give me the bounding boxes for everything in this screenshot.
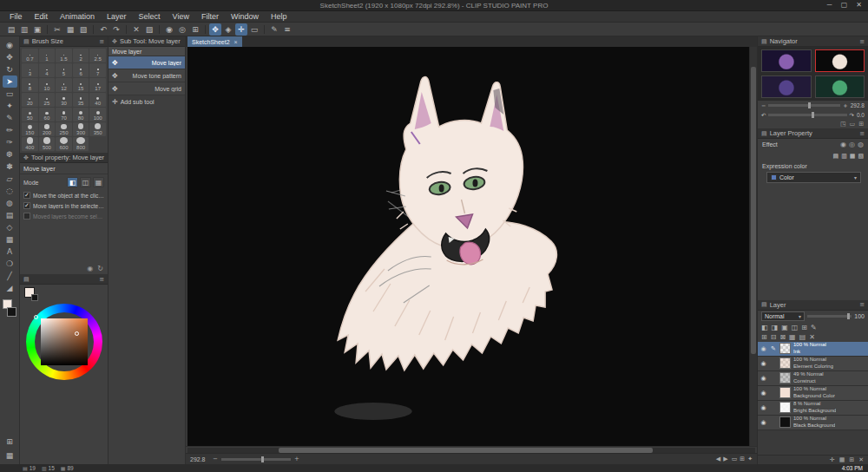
tool-airbrush[interactable]: ❆ xyxy=(3,148,17,161)
horizontal-scrollbar[interactable] xyxy=(186,446,757,453)
undo-icon[interactable]: ↶ xyxy=(97,23,109,36)
layer-thumbnail[interactable] xyxy=(779,372,791,384)
brush-size-100[interactable]: 100 xyxy=(89,108,106,121)
brush-size-25[interactable]: 25 xyxy=(39,93,56,107)
brush-size-7[interactable]: 7 xyxy=(89,63,106,77)
checkbox[interactable] xyxy=(23,213,30,220)
grid-icon[interactable]: ⊞ xyxy=(189,23,201,36)
layer-thumbnail[interactable] xyxy=(779,402,791,413)
tool-decoration[interactable]: ✽ xyxy=(3,161,17,173)
effect-sub-icon-3[interactable]: ▦ xyxy=(850,153,856,160)
checkbox-row-move-layers-in-the-selected-area[interactable]: ✓Move layers in the selected area xyxy=(20,200,108,211)
layer-row-black-background[interactable]: ◉100 % NormalBlack Background xyxy=(758,416,868,430)
nav-zoom-knob[interactable] xyxy=(808,102,811,108)
opacity-slider-knob[interactable] xyxy=(847,313,850,319)
effect-icon-3[interactable]: ◍ xyxy=(858,141,864,148)
nav-rotate-slider[interactable] xyxy=(768,114,846,116)
brush-size-40[interactable]: 40 xyxy=(89,93,106,107)
nav-zoom-out-icon[interactable]: − xyxy=(761,102,766,109)
visibility-eye-icon[interactable]: ◉ xyxy=(760,404,767,411)
zoom-out-icon[interactable]: ◎ xyxy=(176,23,188,36)
checkbox[interactable]: ✓ xyxy=(23,202,30,209)
checkbox-row-moved-layers-become-selected[interactable]: Moved layers become selected xyxy=(20,211,108,221)
effect-sub-icon-2[interactable]: ▥ xyxy=(841,153,847,160)
layer-row-bright-background[interactable]: ◉8 % NormalBright Background xyxy=(758,401,868,416)
nav-zoom-slider[interactable] xyxy=(768,104,840,107)
layer-thumbnail[interactable] xyxy=(779,387,791,398)
menu-item-window[interactable]: Window xyxy=(225,11,265,23)
layer-row-ink[interactable]: ◉✎100 % NormalInk xyxy=(758,342,868,357)
tool-property-footer-icon-2[interactable]: ↻ xyxy=(97,265,103,272)
vertical-scrollbar-thumb[interactable] xyxy=(751,67,756,354)
layer-property-header[interactable]: ▤ Layer Property ≡ xyxy=(758,128,868,139)
brush-size-20[interactable]: 20 xyxy=(22,93,38,107)
expression-color-dropdown[interactable]: Color ▾ xyxy=(766,172,861,183)
brush-size-250[interactable]: 250 xyxy=(56,122,72,136)
brush-size-4[interactable]: 4 xyxy=(39,63,56,77)
workspace-settings-icon[interactable]: ≡ xyxy=(281,23,293,36)
subtool-item-move-grid[interactable]: ✥Move grid xyxy=(108,82,185,95)
tool-line-correction[interactable]: ╱ xyxy=(3,270,17,282)
layer-row-construct[interactable]: ◉49 % NormalConstruct xyxy=(758,371,868,386)
brush-size-15[interactable]: 15 xyxy=(73,78,89,92)
quick-pen-icon[interactable]: ✎ xyxy=(268,23,280,36)
checkbox-row-move-the-object-at-the-clicked-poi[interactable]: ✓Move the object at the clicked poi xyxy=(20,190,108,200)
snap-special-icon[interactable]: ✛ xyxy=(235,23,247,36)
layer-icon-r2-6[interactable]: ✕ xyxy=(809,333,815,341)
tool-auto-select[interactable]: ✦ xyxy=(3,100,17,112)
horizontal-scrollbar-thumb[interactable] xyxy=(279,448,654,453)
saturation-value-square[interactable] xyxy=(41,318,88,365)
tool-pen[interactable]: ✎ xyxy=(3,112,17,124)
layer-icon-r2-3[interactable]: ⊠ xyxy=(779,333,786,341)
menu-item-select[interactable]: Select xyxy=(133,11,167,23)
brush-size-60[interactable]: 60 xyxy=(39,108,56,121)
layer-panel-menu-icon[interactable]: ≡ xyxy=(859,301,865,308)
layer-footer-icon-4[interactable]: ✕ xyxy=(858,456,864,463)
canvas-fit-icon-3[interactable]: ✦ xyxy=(747,456,753,462)
color-wheel-header[interactable]: ▤ ≡ xyxy=(20,274,108,285)
layer-panel-header[interactable]: ▤ Layer ≡ xyxy=(758,300,868,311)
layer-icon-r1-4[interactable]: ◫ xyxy=(792,324,799,331)
fill-icon[interactable]: ▨ xyxy=(143,23,155,36)
blend-mode-dropdown[interactable]: Normal ▾ xyxy=(761,311,805,321)
menu-item-view[interactable]: View xyxy=(167,11,195,23)
tool-blend[interactable]: ◌ xyxy=(3,185,17,197)
sub-tool-header[interactable]: ✥ Sub Tool: Move layer xyxy=(108,36,185,47)
nav-zoom-in-icon[interactable]: + xyxy=(843,102,847,109)
menu-item-animation[interactable]: Animation xyxy=(54,11,101,23)
brush-size-2[interactable]: 2 xyxy=(73,49,89,62)
navigator-menu-icon[interactable]: ≡ xyxy=(859,38,865,45)
layer-footer-icon-1[interactable]: ✛ xyxy=(830,456,835,463)
brush-size-1[interactable]: 1 xyxy=(39,49,56,62)
sub-tool-group-tab[interactable]: Move layer xyxy=(108,47,185,56)
secondary-color-swatch[interactable] xyxy=(31,294,38,301)
rotate-right-icon[interactable]: ↷ xyxy=(850,112,854,119)
canvas-nav-icon-1[interactable]: ◀ xyxy=(716,456,720,462)
copy-icon[interactable]: ▦ xyxy=(64,23,76,36)
checkbox[interactable]: ✓ xyxy=(23,192,30,199)
grid-toggle-icon[interactable]: ⊞ xyxy=(3,436,17,448)
tool-ruler[interactable]: ◢ xyxy=(3,282,17,294)
nav-thumb-fox-sketch[interactable] xyxy=(815,49,865,72)
effect-sub-icon-1[interactable]: ▤ xyxy=(833,153,839,160)
cut-icon[interactable]: ✂ xyxy=(51,23,63,36)
brush-size-200[interactable]: 200 xyxy=(39,122,56,136)
brush-size-800[interactable]: 800 xyxy=(73,137,89,151)
tool-gradient[interactable]: ▤ xyxy=(3,209,17,221)
menu-item-filter[interactable]: Filter xyxy=(195,11,225,23)
nav-rotate-knob[interactable] xyxy=(812,112,814,118)
brush-size-600[interactable]: 600 xyxy=(56,137,72,151)
layer-footer-icon-2[interactable]: ▦ xyxy=(839,456,845,463)
tool-selection[interactable]: ▭ xyxy=(3,88,17,100)
tool-eraser[interactable]: ▱ xyxy=(3,173,17,185)
brush-size-5[interactable]: 5 xyxy=(56,63,72,77)
save-icon[interactable]: ▣ xyxy=(31,23,43,36)
brush-size-header[interactable]: ▤ Brush Size ≡ xyxy=(20,36,108,47)
rotate-left-icon[interactable]: ↶ xyxy=(761,112,766,119)
tab-close-icon[interactable]: × xyxy=(234,39,238,45)
document-canvas[interactable] xyxy=(187,47,749,446)
maximize-button[interactable]: ▢ xyxy=(837,0,852,11)
visibility-eye-icon[interactable]: ◉ xyxy=(760,390,767,397)
layer-icon-r1-6[interactable]: ✎ xyxy=(811,324,817,331)
brush-size-17[interactable]: 17 xyxy=(89,78,106,92)
